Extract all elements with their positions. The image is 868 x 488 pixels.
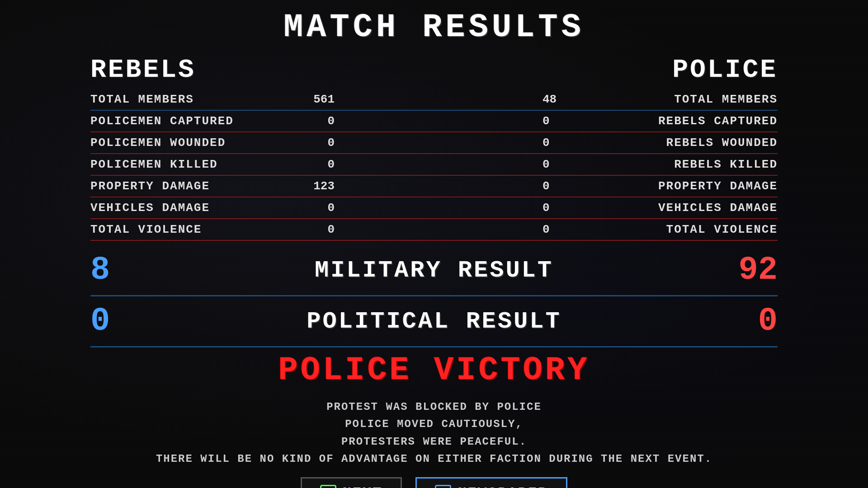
stat-row-killed: POLICEMEN KILLED 0 0 REBELS KILLED bbox=[90, 154, 778, 176]
police-captured-value: 0 bbox=[533, 114, 588, 128]
stats-table: TOTAL MEMBERS 561 48 TOTAL MEMBERS POLIC… bbox=[90, 89, 778, 241]
victory-banner: POLICE VICTORY bbox=[90, 352, 778, 389]
stat-row-captured: POLICEMEN CAPTURED 0 0 REBELS CAPTURED bbox=[90, 111, 778, 132]
rebels-property-value: 123 bbox=[280, 179, 335, 193]
result-line4: THERE WILL BE NO KIND OF ADVANTAGE ON EI… bbox=[90, 450, 778, 468]
police-killed-label: REBELS KILLED bbox=[588, 158, 778, 171]
police-vehicles-label: VEHICLES DAMAGE bbox=[588, 201, 778, 215]
rebels-political-score: 0 bbox=[90, 303, 163, 340]
rebels-killed-label: POLICEMEN KILLED bbox=[90, 158, 280, 171]
police-military-score: 92 bbox=[705, 252, 778, 289]
rebels-captured-value: 0 bbox=[280, 114, 335, 128]
rebels-property-label: PROPERTY DAMAGE bbox=[90, 179, 280, 193]
police-political-score: 0 bbox=[705, 303, 778, 340]
rebels-captured-label: POLICEMEN CAPTURED bbox=[90, 114, 280, 128]
stat-row-total-members: TOTAL MEMBERS 561 48 TOTAL MEMBERS bbox=[90, 89, 778, 111]
police-total-members-label: TOTAL MEMBERS bbox=[588, 93, 778, 106]
police-wounded-label: REBELS WOUNDED bbox=[588, 136, 778, 150]
police-violence-label: TOTAL VIOLENCE bbox=[588, 223, 778, 236]
result-description: PROTEST WAS BLOCKED BY POLICE POLICE MOV… bbox=[90, 399, 778, 468]
military-result-label: MILITARY RESULT bbox=[163, 257, 705, 284]
newspaper-label: NEWSPAPER bbox=[458, 485, 548, 488]
police-vehicles-value: 0 bbox=[533, 201, 588, 215]
stat-row-property-damage: PROPERTY DAMAGE 123 0 PROPERTY DAMAGE bbox=[90, 176, 778, 197]
military-result-row: 8 MILITARY RESULT 92 bbox=[90, 245, 778, 296]
rebels-vehicles-label: VEHICLES DAMAGE bbox=[90, 201, 280, 215]
result-line1: PROTEST WAS BLOCKED BY POLICE bbox=[90, 399, 778, 416]
police-property-value: 0 bbox=[533, 179, 588, 193]
result-line3: PROTESTERS WERE PEACEFUL. bbox=[90, 433, 778, 450]
police-total-members-value: 48 bbox=[533, 93, 588, 106]
police-wounded-value: 0 bbox=[533, 136, 588, 150]
rebels-military-score: 8 bbox=[90, 252, 163, 289]
rebels-vehicles-value: 0 bbox=[280, 201, 335, 215]
police-violence-value: 0 bbox=[533, 223, 588, 236]
results-section: 8 MILITARY RESULT 92 0 POLITICAL RESULT … bbox=[90, 245, 778, 347]
police-property-label: PROPERTY DAMAGE bbox=[588, 179, 778, 193]
next-label: NEXT bbox=[343, 485, 383, 488]
stat-row-wounded: POLICEMEN WOUNDED 0 0 REBELS WOUNDED bbox=[90, 132, 778, 154]
stat-row-vehicles-damage: VEHICLES DAMAGE 0 0 VEHICLES DAMAGE bbox=[90, 197, 778, 219]
political-result-row: 0 POLITICAL RESULT 0 bbox=[90, 296, 778, 347]
rebels-violence-value: 0 bbox=[280, 223, 335, 236]
page-title: MATCH RESULTS bbox=[283, 9, 585, 46]
stat-row-total-violence: TOTAL VIOLENCE 0 0 TOTAL VIOLENCE bbox=[90, 219, 778, 241]
result-line2: POLICE MOVED CAUTIOUSLY, bbox=[90, 416, 778, 433]
political-result-label: POLITICAL RESULT bbox=[163, 308, 705, 335]
newspaper-button[interactable]: X NEWSPAPER bbox=[415, 477, 567, 488]
police-captured-label: REBELS CAPTURED bbox=[588, 114, 778, 128]
police-killed-value: 0 bbox=[533, 158, 588, 171]
rebels-wounded-value: 0 bbox=[280, 136, 335, 150]
next-icon: A bbox=[320, 485, 336, 488]
rebels-killed-value: 0 bbox=[280, 158, 335, 171]
next-button[interactable]: A NEXT bbox=[301, 477, 402, 488]
buttons-row: A NEXT X NEWSPAPER bbox=[301, 477, 568, 488]
rebels-team-name: REBELS bbox=[90, 55, 196, 84]
rebels-total-members-label: TOTAL MEMBERS bbox=[90, 93, 280, 106]
rebels-violence-label: TOTAL VIOLENCE bbox=[90, 223, 280, 236]
police-team-name: POLICE bbox=[672, 55, 778, 84]
rebels-total-members-value: 561 bbox=[280, 93, 335, 106]
rebels-wounded-label: POLICEMEN WOUNDED bbox=[90, 136, 280, 150]
newspaper-icon: X bbox=[435, 485, 451, 488]
